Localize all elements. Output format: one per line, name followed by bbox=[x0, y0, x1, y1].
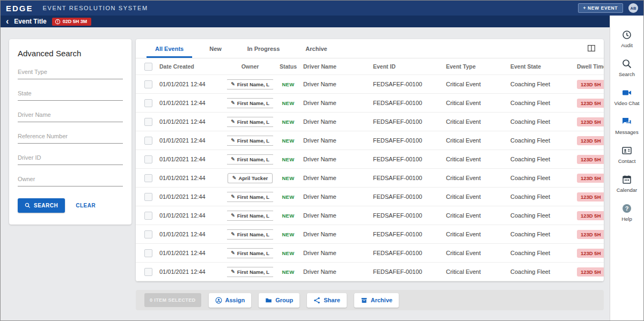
row-checkbox[interactable] bbox=[144, 230, 152, 238]
dwell-time-badge: 123D 5H bbox=[577, 155, 604, 164]
table-row[interactable]: 01/01/2021 12:44 ✎ First Name, L NEW Dri… bbox=[136, 206, 604, 225]
row-checkbox[interactable] bbox=[144, 99, 152, 107]
table-row[interactable]: 01/01/2021 12:44 ✎ First Name, L NEW Dri… bbox=[136, 188, 604, 206]
sidebar-item-label: Search bbox=[619, 71, 635, 77]
group-button[interactable]: Group bbox=[259, 293, 299, 308]
table-row[interactable]: 01/01/2021 12:44 ✎ First Name, L NEW Dri… bbox=[136, 94, 604, 113]
cell-event-type: Critical Event bbox=[446, 81, 510, 87]
cell-event-state: Coaching Fleet bbox=[510, 81, 577, 87]
row-checkbox[interactable] bbox=[144, 174, 152, 182]
search-field-input[interactable] bbox=[18, 129, 123, 144]
owner-name: First Name, L bbox=[237, 232, 269, 237]
table-row[interactable]: 01/01/2021 12:44 ✎ First Name, L NEW Dri… bbox=[136, 244, 604, 263]
cell-event-type: Critical Event bbox=[446, 231, 510, 237]
sidebar-item-calendar[interactable]: Calendar bbox=[610, 174, 643, 193]
tab-new[interactable]: New bbox=[196, 39, 235, 58]
status-badge: NEW bbox=[282, 232, 294, 237]
tab-all-events[interactable]: All Events bbox=[142, 39, 196, 58]
row-checkbox[interactable] bbox=[144, 155, 152, 163]
table-row[interactable]: 01/01/2021 12:44 ✎ April Tucker NEW Driv… bbox=[136, 169, 604, 188]
dwell-time-badge: 123D 5H bbox=[577, 192, 604, 201]
assign-button[interactable]: Assign bbox=[209, 293, 252, 308]
search-field-input[interactable] bbox=[18, 172, 123, 186]
events-table-scroll[interactable]: Date Created Owner Status Driver Name Ev… bbox=[136, 58, 604, 281]
owner-chip[interactable]: ✎ First Name, L bbox=[227, 79, 273, 89]
audit-icon bbox=[621, 29, 632, 40]
table-row[interactable]: 01/01/2021 12:44 ✎ First Name, L NEW Dri… bbox=[136, 131, 604, 150]
owner-name: First Name, L bbox=[237, 250, 269, 256]
table-row[interactable]: 01/01/2021 12:44 ✎ First Name, L NEW Dri… bbox=[136, 225, 604, 244]
table-row[interactable]: 01/01/2021 12:44 ✎ First Name, L NEW Dri… bbox=[136, 150, 604, 169]
cell-event-type: Critical Event bbox=[446, 268, 510, 275]
search-field-input[interactable] bbox=[18, 151, 123, 165]
cell-event-id: FEDSAFEF-00100 bbox=[373, 268, 446, 275]
row-checkbox[interactable] bbox=[144, 268, 152, 276]
sidebar-item-search[interactable]: Search bbox=[610, 58, 643, 77]
cell-driver-name: Driver Name bbox=[303, 100, 373, 106]
row-checkbox[interactable] bbox=[144, 137, 152, 145]
sidebar-item-label: Messages bbox=[615, 129, 638, 135]
sidebar-item-audit[interactable]: Audit bbox=[610, 29, 643, 48]
share-button[interactable]: Share bbox=[307, 293, 347, 308]
col-header-status: Status bbox=[273, 63, 303, 70]
sidebar-item-contact[interactable]: Contact bbox=[610, 145, 643, 164]
archive-icon bbox=[361, 297, 368, 304]
row-checkbox[interactable] bbox=[144, 193, 152, 201]
search-field-input[interactable] bbox=[18, 65, 123, 79]
back-button[interactable]: ‹ bbox=[6, 17, 9, 26]
owner-chip[interactable]: ✎ First Name, L bbox=[227, 267, 273, 277]
owner-chip[interactable]: ✎ First Name, L bbox=[227, 98, 273, 108]
user-avatar[interactable]: AB bbox=[628, 3, 638, 13]
owner-chip[interactable]: ✎ First Name, L bbox=[227, 136, 273, 146]
owner-chip[interactable]: ✎ April Tucker bbox=[228, 173, 273, 183]
cell-date-created: 01/01/2021 12:44 bbox=[159, 193, 227, 200]
cell-event-type: Critical Event bbox=[446, 250, 510, 256]
owner-name: First Name, L bbox=[237, 138, 269, 144]
sidebar-item-messages[interactable]: Messages bbox=[610, 116, 643, 135]
owner-chip[interactable]: ✎ First Name, L bbox=[227, 117, 273, 127]
row-checkbox[interactable] bbox=[144, 80, 152, 88]
sidebar-item-help[interactable]: ? Help bbox=[610, 203, 643, 222]
selection-count-pill: 0 ITEM SELECTED bbox=[144, 293, 201, 307]
cell-event-type: Critical Event bbox=[446, 193, 510, 200]
dwell-time-badge: 123D 5H bbox=[577, 99, 604, 108]
dwell-time-badge: 123D 5H bbox=[577, 249, 604, 258]
table-row[interactable]: 01/01/2021 12:44 ✎ First Name, L NEW Dri… bbox=[136, 263, 604, 281]
table-row[interactable]: 01/01/2021 12:44 ✎ First Name, L NEW Dri… bbox=[136, 113, 604, 131]
sidebar-item-label: Audit bbox=[621, 42, 633, 48]
cell-event-type: Critical Event bbox=[446, 137, 510, 144]
owner-chip[interactable]: ✎ First Name, L bbox=[227, 229, 273, 240]
tab-in-progress[interactable]: In Progress bbox=[235, 39, 293, 58]
archive-button[interactable]: Archive bbox=[354, 293, 399, 308]
clear-button[interactable]: CLEAR bbox=[76, 203, 96, 208]
cell-event-id: FEDSAFEF-00100 bbox=[373, 212, 446, 219]
row-checkbox[interactable] bbox=[144, 118, 152, 126]
sidebar-item-video-chat[interactable]: Video Chat bbox=[610, 87, 643, 106]
status-badge: NEW bbox=[282, 81, 294, 87]
status-badge: NEW bbox=[282, 156, 294, 162]
row-checkbox[interactable] bbox=[144, 212, 152, 220]
tab-archive[interactable]: Archive bbox=[292, 39, 340, 58]
new-event-button[interactable]: + NEW EVENT bbox=[578, 3, 623, 13]
owner-chip[interactable]: ✎ First Name, L bbox=[227, 211, 273, 221]
cell-event-type: Critical Event bbox=[446, 156, 510, 162]
alert-clock-icon bbox=[55, 19, 61, 25]
cell-event-id: FEDSAFEF-00100 bbox=[373, 100, 446, 106]
row-checkbox[interactable] bbox=[144, 249, 152, 257]
column-settings-button[interactable] bbox=[587, 43, 596, 53]
cell-event-state: Coaching Fleet bbox=[510, 156, 577, 162]
cell-event-state: Coaching Fleet bbox=[510, 175, 577, 181]
search-field-input[interactable] bbox=[18, 86, 123, 101]
calendar-icon bbox=[621, 174, 632, 185]
table-row[interactable]: 01/01/2021 12:44 ✎ First Name, L NEW Dri… bbox=[136, 75, 604, 94]
owner-chip[interactable]: ✎ First Name, L bbox=[227, 154, 273, 165]
search-icon bbox=[621, 58, 632, 69]
cell-event-id: FEDSAFEF-00100 bbox=[373, 193, 446, 200]
cell-driver-name: Driver Name bbox=[303, 193, 373, 200]
owner-chip[interactable]: ✎ First Name, L bbox=[227, 248, 273, 258]
select-all-checkbox[interactable] bbox=[144, 63, 152, 71]
search-field-input[interactable] bbox=[18, 108, 123, 122]
search-button[interactable]: SEARCH bbox=[18, 198, 65, 213]
dwell-time-badge: 123D 5H bbox=[577, 230, 604, 239]
owner-chip[interactable]: ✎ First Name, L bbox=[227, 192, 273, 202]
